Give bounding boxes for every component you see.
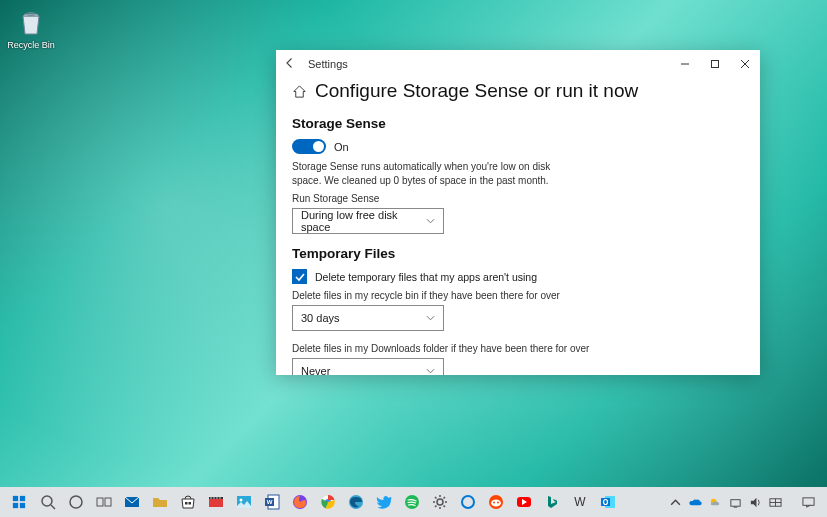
recycle-bin-icon	[15, 6, 47, 38]
delete-temp-label: Delete temporary files that my apps aren…	[315, 271, 537, 283]
delete-temp-checkbox[interactable]	[292, 269, 307, 284]
taskbar-cortana-app[interactable]	[454, 487, 482, 517]
titlebar: Settings	[276, 50, 760, 78]
taskbar-wikipedia[interactable]: W	[566, 487, 594, 517]
chevron-down-icon	[426, 216, 435, 226]
back-button[interactable]	[284, 57, 302, 72]
svg-point-31	[437, 499, 443, 505]
taskbar-mail[interactable]	[118, 487, 146, 517]
taskbar-chrome[interactable]	[314, 487, 342, 517]
tray-volume[interactable]	[745, 487, 765, 517]
storage-sense-toggle[interactable]	[292, 139, 326, 154]
svg-rect-43	[730, 499, 739, 506]
window-title: Settings	[308, 58, 348, 70]
taskbar-bing[interactable]	[538, 487, 566, 517]
taskbar-settings[interactable]	[426, 487, 454, 517]
run-storage-sense-label: Run Storage Sense	[292, 193, 744, 204]
svg-point-9	[70, 496, 82, 508]
svg-point-22	[240, 499, 243, 502]
tray-onedrive[interactable]	[685, 487, 705, 517]
svg-line-8	[51, 505, 55, 509]
close-button[interactable]	[730, 50, 760, 78]
taskbar-outlook[interactable]	[594, 487, 622, 517]
desktop[interactable]: Recycle Bin Settings Conf	[0, 0, 827, 517]
taskbar-edge[interactable]	[342, 487, 370, 517]
svg-point-32	[462, 496, 474, 508]
taskbar-store[interactable]	[174, 487, 202, 517]
downloads-period-label: Delete files in my Downloads folder if t…	[292, 343, 744, 354]
taskbar-search[interactable]	[34, 487, 62, 517]
svg-point-19	[216, 497, 217, 498]
toggle-state-label: On	[334, 141, 349, 153]
settings-content: Configure Storage Sense or run it now St…	[276, 78, 760, 375]
taskbar-firefox[interactable]	[286, 487, 314, 517]
downloads-period-dropdown[interactable]: Never	[292, 358, 444, 375]
svg-point-34	[491, 500, 501, 507]
chevron-down-icon	[426, 366, 435, 375]
taskbar: WW	[0, 487, 827, 517]
svg-point-36	[497, 502, 499, 504]
svg-point-18	[213, 497, 214, 498]
svg-rect-10	[97, 498, 103, 506]
action-center-icon[interactable]	[797, 487, 819, 517]
chevron-down-icon	[426, 313, 435, 323]
svg-rect-5	[13, 503, 18, 508]
minimize-button[interactable]	[670, 50, 700, 78]
taskbar-cortana[interactable]	[62, 487, 90, 517]
svg-rect-6	[20, 503, 25, 508]
svg-rect-3	[13, 496, 18, 501]
tray-network[interactable]	[725, 487, 745, 517]
tray-lang[interactable]	[765, 487, 785, 517]
svg-text:W: W	[267, 499, 273, 505]
home-icon[interactable]	[292, 84, 307, 99]
page-title: Configure Storage Sense or run it now	[315, 80, 638, 102]
svg-rect-14	[189, 502, 192, 505]
svg-point-20	[219, 497, 220, 498]
svg-rect-2	[712, 61, 719, 68]
taskbar-twitter[interactable]	[370, 487, 398, 517]
desktop-icon-recycle-bin[interactable]: Recycle Bin	[6, 6, 56, 50]
svg-rect-13	[185, 502, 188, 505]
downloads-period-value: Never	[301, 365, 330, 375]
taskbar-word[interactable]: W	[258, 487, 286, 517]
settings-window: Settings Configure Storage Sense or run …	[276, 50, 760, 375]
taskbar-movies[interactable]	[202, 487, 230, 517]
recycle-bin-period-value: 30 days	[301, 312, 340, 324]
tray-overflow[interactable]	[665, 487, 685, 517]
section-storage-sense: Storage Sense	[292, 116, 744, 131]
taskbar-file-explorer[interactable]	[146, 487, 174, 517]
taskbar-photos[interactable]	[230, 487, 258, 517]
svg-point-7	[42, 496, 52, 506]
taskbar-start[interactable]	[4, 487, 34, 517]
taskbar-spotify[interactable]	[398, 487, 426, 517]
run-storage-sense-value: During low free disk space	[301, 209, 426, 233]
svg-point-17	[210, 497, 211, 498]
recycle-bin-period-dropdown[interactable]: 30 days	[292, 305, 444, 331]
taskbar-youtube[interactable]	[510, 487, 538, 517]
svg-text:W: W	[574, 495, 586, 509]
recycle-bin-label: Recycle Bin	[6, 40, 56, 50]
svg-point-35	[493, 502, 495, 504]
taskbar-reddit[interactable]	[482, 487, 510, 517]
svg-rect-11	[105, 498, 111, 506]
taskbar-task-view[interactable]	[90, 487, 118, 517]
svg-rect-4	[20, 496, 25, 501]
tray-weather[interactable]	[705, 487, 725, 517]
maximize-button[interactable]	[700, 50, 730, 78]
recycle-bin-period-label: Delete files in my recycle bin if they h…	[292, 290, 744, 301]
run-storage-sense-dropdown[interactable]: During low free disk space	[292, 208, 444, 234]
svg-rect-48	[802, 497, 813, 504]
storage-sense-description: Storage Sense runs automatically when yo…	[292, 160, 552, 187]
section-temporary-files: Temporary Files	[292, 246, 744, 261]
